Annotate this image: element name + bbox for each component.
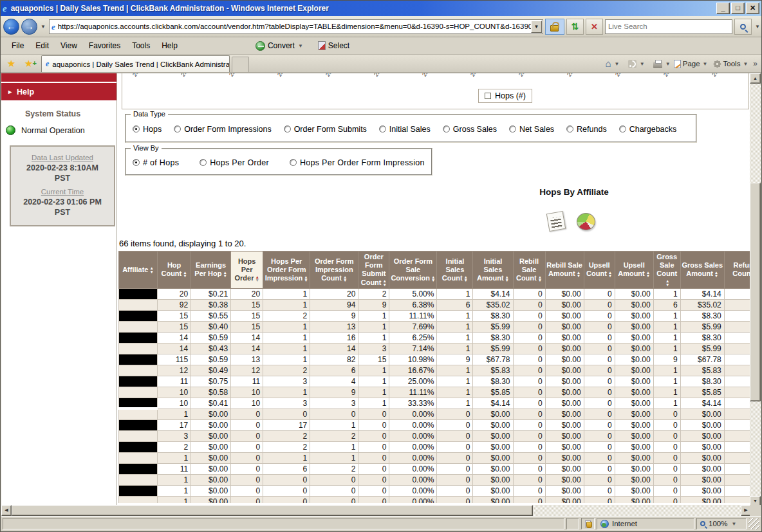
menu-item-help[interactable]: Help bbox=[156, 39, 183, 53]
add-favorite-button[interactable]: ★ bbox=[20, 56, 37, 72]
vertical-scrollbar[interactable]: ▲ ▼ bbox=[750, 73, 761, 506]
column-header-earnings-per-hop[interactable]: Earnings Per Hop▲▼ bbox=[191, 252, 231, 289]
column-header-hops-per-order[interactable]: Hops Per Order▲▼ bbox=[231, 252, 263, 289]
table-cell: 1 bbox=[653, 288, 680, 299]
new-tab-button[interactable] bbox=[232, 57, 249, 72]
radio-icon bbox=[509, 125, 516, 133]
feeds-button[interactable] bbox=[626, 59, 638, 69]
table-cell: $5.99 bbox=[473, 321, 513, 332]
current-time-link[interactable]: Current Time bbox=[15, 188, 110, 196]
resize-grip[interactable] bbox=[748, 518, 759, 529]
column-header-order-form-sale-conversion[interactable]: Order Form Sale Conversion▲▼ bbox=[389, 252, 437, 289]
sort-arrows-icon: ▲▼ bbox=[149, 266, 153, 273]
minimize-button[interactable]: _ bbox=[716, 3, 730, 14]
horizontal-scrollbar[interactable]: ◀ ▶ bbox=[1, 505, 751, 516]
url-input[interactable] bbox=[58, 23, 531, 30]
radio-view-by--of-hops[interactable]: # of Hops bbox=[133, 158, 179, 167]
security-lock-button[interactable] bbox=[545, 19, 564, 35]
data-last-updated-link[interactable]: Data Last Updated bbox=[15, 154, 110, 161]
radio-data-type-order-form-impressions[interactable]: Order Form Impressions bbox=[174, 125, 271, 134]
column-header-initial-sales-amount[interactable]: Initial Sales Amount▲▼ bbox=[473, 252, 513, 289]
zoom-dropdown-icon[interactable]: ▼ bbox=[730, 521, 737, 527]
column-header-refund-count[interactable]: Refund Count▲▼ bbox=[724, 252, 751, 289]
favorites-star-button[interactable]: ★ bbox=[3, 56, 20, 72]
table-cell: $0.00 bbox=[473, 441, 513, 452]
url-dropdown-button[interactable]: ▼ bbox=[531, 21, 542, 33]
feeds-dropdown-icon[interactable]: ▼ bbox=[639, 61, 646, 67]
column-header-gross-sale-count[interactable]: Gross Sale Count▲▼ bbox=[653, 252, 680, 289]
history-dropdown-icon[interactable]: ▼ bbox=[39, 24, 47, 30]
column-header-rebill-sale-amount[interactable]: Rebill Sale Amount▲▼ bbox=[545, 252, 584, 289]
radio-data-type-chargebacks[interactable]: Chargebacks bbox=[619, 125, 677, 134]
table-cell: 0 bbox=[584, 485, 615, 496]
maximize-button[interactable]: □ bbox=[731, 3, 745, 14]
pie-chart-view-icon[interactable] bbox=[577, 213, 595, 230]
page-menu-button[interactable]: Page ▼ bbox=[672, 59, 711, 69]
radio-data-type-hops[interactable]: Hops bbox=[133, 125, 162, 134]
home-button[interactable]: ⌂ bbox=[604, 58, 613, 69]
table-cell: 12 bbox=[158, 365, 191, 376]
vertical-scroll-thumb[interactable] bbox=[750, 183, 761, 401]
back-button[interactable]: ← bbox=[3, 19, 19, 35]
radio-data-type-initial-sales[interactable]: Initial Sales bbox=[379, 125, 431, 134]
column-header-label: Hops Per Order Form Impression bbox=[265, 257, 306, 282]
convert-button[interactable]: Convert ▼ bbox=[256, 41, 304, 51]
active-tab[interactable]: e aquaponics | Daily Sales Trend | Click… bbox=[41, 55, 230, 72]
sidebar-item-partial[interactable] bbox=[1, 73, 116, 82]
column-header-order-form-impression-count[interactable]: Order Form Impression Count▲▼ bbox=[310, 252, 358, 289]
table-cell: $0.00 bbox=[615, 310, 653, 321]
radio-view-by-hops-per-order[interactable]: Hops Per Order bbox=[200, 158, 269, 167]
column-header-affiliate[interactable]: Affiliate▲▼ bbox=[119, 252, 158, 289]
search-options-dropdown[interactable]: ▼ bbox=[754, 24, 761, 30]
radio-data-type-gross-sales[interactable]: Gross Sales bbox=[443, 125, 497, 134]
affiliate-cell-redacted bbox=[119, 321, 158, 332]
table-cell: 0 bbox=[513, 452, 545, 463]
forward-button[interactable]: → bbox=[21, 19, 37, 35]
convert-dropdown-icon[interactable]: ▼ bbox=[297, 43, 304, 49]
tools-menu-button[interactable]: Tools ▼ bbox=[711, 59, 751, 69]
column-header-order-form-submit-count[interactable]: Order Form Submit Count▲▼ bbox=[358, 252, 389, 289]
stop-button[interactable]: ✕ bbox=[586, 19, 603, 35]
toolbar-overflow-chevron[interactable]: » bbox=[751, 59, 759, 68]
column-header-upsell-amount[interactable]: Upsell Amount▲▼ bbox=[615, 252, 653, 289]
menu-item-favorites[interactable]: Favorites bbox=[83, 39, 126, 53]
column-header-hops-per-order-form-impression[interactable]: Hops Per Order Form Impression▲▼ bbox=[263, 252, 310, 289]
table-cell: 1 bbox=[653, 310, 680, 321]
radio-data-type-order-form-submits[interactable]: Order Form Submits bbox=[284, 125, 367, 134]
radio-data-type-refunds[interactable]: Refunds bbox=[566, 125, 607, 134]
horizontal-scroll-thumb[interactable] bbox=[12, 505, 533, 516]
search-go-button[interactable] bbox=[734, 19, 752, 35]
sidebar-item-help[interactable]: Help bbox=[1, 83, 116, 100]
search-input[interactable] bbox=[608, 23, 729, 30]
column-header-upsell-count[interactable]: Upsell Count▲▼ bbox=[584, 252, 615, 289]
column-header-gross-sales-amount[interactable]: Gross Sales Amount▲▼ bbox=[680, 252, 724, 289]
column-header-hop-count[interactable]: Hop Count▲▼ bbox=[158, 252, 191, 289]
table-view-icon[interactable] bbox=[546, 211, 566, 232]
page-content: Help System Status Normal Operation Data… bbox=[1, 73, 751, 506]
radio-data-type-net-sales[interactable]: Net Sales bbox=[509, 125, 554, 134]
print-dropdown-icon[interactable]: ▼ bbox=[665, 61, 671, 67]
print-button[interactable] bbox=[651, 59, 664, 69]
system-status-value: Normal Operation bbox=[21, 126, 85, 135]
menu-item-edit[interactable]: Edit bbox=[30, 39, 55, 53]
home-dropdown-icon[interactable]: ▼ bbox=[614, 61, 620, 67]
menu-item-view[interactable]: View bbox=[55, 39, 83, 53]
url-field[interactable]: e ▼ bbox=[49, 19, 543, 34]
protected-mode-icon bbox=[585, 520, 591, 527]
select-button[interactable]: Select bbox=[318, 41, 349, 50]
radio-view-by-hops-per-order-form-impression[interactable]: Hops Per Order Form Impression bbox=[290, 158, 425, 167]
menu-item-file[interactable]: File bbox=[6, 39, 30, 53]
scroll-up-button[interactable]: ▲ bbox=[750, 73, 761, 84]
menu-item-tools[interactable]: Tools bbox=[126, 39, 156, 53]
refresh-button[interactable]: ⇄ bbox=[566, 19, 584, 35]
table-cell: 3 bbox=[158, 430, 191, 441]
table-cell: $0.00 bbox=[545, 496, 584, 503]
live-search-box[interactable] bbox=[605, 19, 732, 34]
close-button[interactable]: ✕ bbox=[746, 3, 759, 14]
table-cell: 10.98% bbox=[389, 354, 437, 365]
column-header-initial-sales-count[interactable]: Initial Sales Count▲▼ bbox=[437, 252, 473, 289]
column-header-rebill-sale-count[interactable]: Rebill Sale Count▲▼ bbox=[513, 252, 545, 289]
status-green-orb-icon bbox=[6, 125, 15, 135]
scroll-left-button[interactable]: ◀ bbox=[1, 505, 12, 516]
zoom-panel[interactable]: 100% ▼ bbox=[696, 518, 747, 529]
